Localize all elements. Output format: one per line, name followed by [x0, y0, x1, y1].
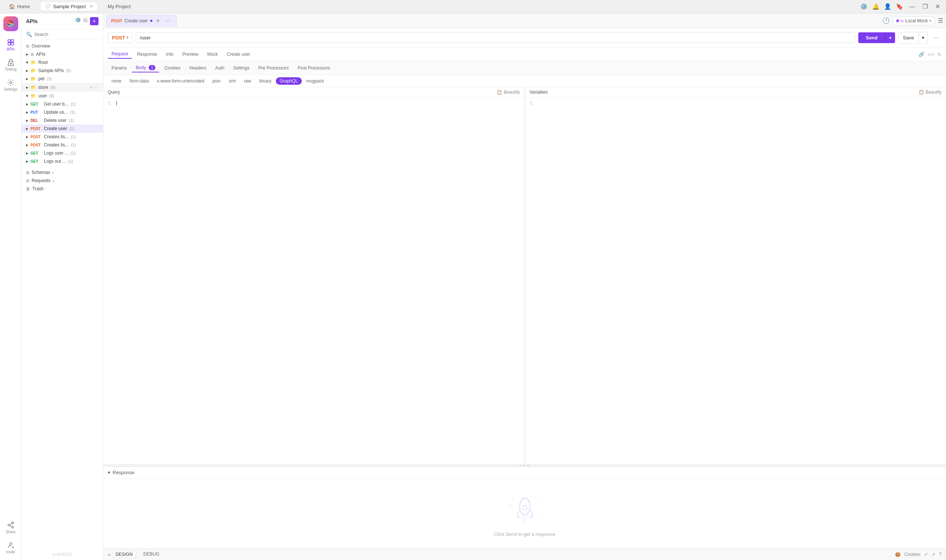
- tab-response[interactable]: Response: [134, 50, 161, 58]
- beautify-button[interactable]: 📋 Beautify: [497, 89, 520, 95]
- settings-icon[interactable]: ⚙️: [860, 3, 868, 10]
- root-chevron-icon: ▾: [26, 60, 28, 65]
- body-type-none[interactable]: none: [108, 77, 125, 85]
- filter-icon[interactable]: ⚙️: [75, 17, 81, 25]
- tab-body[interactable]: Body 1: [132, 63, 159, 72]
- save-dropdown-button[interactable]: ▾: [919, 32, 928, 43]
- sidebar-item-overview[interactable]: ⊞ Overview: [22, 42, 103, 50]
- method-selector[interactable]: POST ▾: [108, 32, 133, 43]
- sidebar-item-pet[interactable]: ▸ 📁 pet (3): [22, 75, 103, 83]
- sidebar-item-store[interactable]: ▸ 📁 store (4) + ···: [22, 83, 103, 92]
- sample-apis-count: (5): [66, 68, 71, 73]
- add-icon[interactable]: +: [90, 17, 98, 25]
- send-button-label[interactable]: Send: [858, 32, 885, 43]
- mock-selector[interactable]: lo Local Mock ▾: [893, 16, 935, 25]
- response-header[interactable]: ▾ Response: [103, 467, 946, 478]
- list-item[interactable]: ▸ POST Creates lis... (1): [22, 133, 103, 141]
- tab-info[interactable]: Info: [162, 50, 177, 58]
- help-icon[interactable]: ?: [939, 552, 941, 557]
- code-icon[interactable]: </>: [928, 52, 934, 57]
- send-button[interactable]: Send ▾: [858, 32, 895, 43]
- close-button[interactable]: ✕: [934, 3, 941, 10]
- active-tab[interactable]: POST Create user + ···: [106, 15, 177, 27]
- list-item[interactable]: ▸ POST Create user (1): [22, 125, 103, 133]
- nav-back-forward[interactable]: «: [108, 551, 111, 557]
- query-editor[interactable]: 1 |: [103, 97, 525, 464]
- home-icon: 🏠: [9, 4, 15, 9]
- tab-settings[interactable]: Settings: [230, 64, 253, 72]
- endpoint-count: (1): [71, 134, 76, 139]
- expand-icon[interactable]: ⤢: [924, 552, 928, 557]
- list-item[interactable]: ▸ POST Creates lis... (1): [22, 141, 103, 149]
- filter-funnel-icon[interactable]: ⊟: [83, 17, 88, 25]
- sidebar-item-root[interactable]: ▾ 📁 Root: [22, 58, 103, 66]
- variables-beautify-button[interactable]: 📋 Beautify: [918, 89, 941, 95]
- body-type-urlencoded[interactable]: x-www-form-urlencoded: [153, 77, 208, 85]
- search-input[interactable]: [34, 32, 98, 37]
- minimize-button[interactable]: —: [908, 3, 917, 10]
- logo-icon: 📚: [7, 20, 15, 28]
- store-add-icon[interactable]: +: [89, 85, 92, 90]
- link-icon[interactable]: 🔗: [918, 52, 924, 57]
- body-type-msgpack[interactable]: msgpack: [303, 77, 328, 85]
- tab-post-processors[interactable]: Post Processors: [294, 64, 334, 72]
- refresh-icon[interactable]: ↻: [937, 52, 941, 57]
- body-type-graphql[interactable]: GraphQL: [276, 77, 301, 85]
- list-item[interactable]: ▸ GET Logs out ... (1): [22, 157, 103, 165]
- cookies-label[interactable]: Cookies: [904, 552, 920, 557]
- maximize-button[interactable]: ❐: [921, 3, 929, 10]
- tab-params[interactable]: Params: [108, 64, 131, 72]
- close-tab-icon[interactable]: ✕: [89, 4, 93, 9]
- home-label: Home: [17, 4, 30, 9]
- sidebar-item-testing[interactable]: Testing: [2, 56, 20, 74]
- tab-mock[interactable]: Mock: [203, 50, 222, 58]
- sidebar-item-apis-folder[interactable]: ▸ ⊞ APIs: [22, 50, 103, 58]
- share-icon-bottom[interactable]: ↗: [932, 552, 935, 557]
- body-type-binary[interactable]: binary: [255, 77, 275, 85]
- home-tab[interactable]: 🏠 Home: [5, 2, 35, 11]
- sidebar-item-trash[interactable]: 🗑 Trash: [22, 185, 103, 193]
- hamburger-icon[interactable]: ☰: [938, 17, 943, 24]
- sample-project-tab[interactable]: 📄 Sample Project ✕: [40, 2, 97, 11]
- sidebar-item-share[interactable]: Share: [2, 518, 20, 537]
- my-project-tab[interactable]: My Project: [103, 2, 135, 11]
- sidebar-item-settings[interactable]: Settings: [2, 76, 20, 94]
- avatar[interactable]: 👤: [884, 3, 891, 10]
- bookmark-icon[interactable]: 🔖: [896, 3, 903, 10]
- tab-pre-processors[interactable]: Pre Processors: [255, 64, 292, 72]
- body-type-raw[interactable]: raw: [240, 77, 255, 85]
- tab-add-button[interactable]: +: [155, 17, 162, 25]
- settings-icon: [7, 79, 14, 86]
- list-item[interactable]: ▸ PUT Update us... (1): [22, 108, 103, 116]
- list-item[interactable]: ▸ DEL Delete user (1): [22, 116, 103, 125]
- bell-icon[interactable]: 🔔: [872, 3, 880, 10]
- sidebar-item-requests[interactable]: ⊞ Requests ▸: [22, 177, 103, 185]
- sidebar-header: APIs ⚙️ ⊟ +: [22, 13, 103, 29]
- tab-preview[interactable]: Preview: [179, 50, 202, 58]
- sidebar-item-schemas[interactable]: ⊞ Schemas ▸: [22, 168, 103, 177]
- store-more-icon[interactable]: ···: [94, 85, 98, 90]
- save-button[interactable]: Save: [898, 32, 919, 43]
- debug-tab[interactable]: DEBUG: [140, 551, 162, 558]
- tab-auth[interactable]: Auth: [212, 64, 228, 72]
- sidebar-item-user[interactable]: ▾ 📁 user (8): [22, 92, 103, 100]
- sidebar-item-apis[interactable]: APIs: [2, 36, 20, 54]
- tab-more-button[interactable]: ···: [163, 17, 171, 24]
- tab-cookies[interactable]: Cookies: [161, 64, 184, 72]
- sidebar-item-sample-apis[interactable]: ▸ 📁 Sample APIs (5): [22, 66, 103, 75]
- body-type-xml[interactable]: xml: [225, 77, 239, 85]
- list-item[interactable]: ▸ GET Logs user ... (1): [22, 149, 103, 157]
- send-button-arrow[interactable]: ▾: [885, 33, 895, 43]
- body-type-form-data[interactable]: form-data: [126, 77, 152, 85]
- variables-editor[interactable]: 1: [525, 97, 946, 464]
- svg-point-13: [511, 514, 512, 514]
- url-input[interactable]: [136, 32, 855, 43]
- tab-request[interactable]: Request: [108, 50, 132, 59]
- tab-create-user[interactable]: Create user: [223, 50, 254, 58]
- sidebar-item-invite[interactable]: Invite: [2, 538, 20, 557]
- design-tab[interactable]: DESIGN: [112, 551, 136, 558]
- tab-headers[interactable]: Headers: [186, 64, 210, 72]
- body-type-json[interactable]: json: [209, 77, 224, 85]
- list-item[interactable]: ▸ GET Get user b... (1): [22, 100, 103, 108]
- request-more-icon[interactable]: ···: [931, 33, 941, 43]
